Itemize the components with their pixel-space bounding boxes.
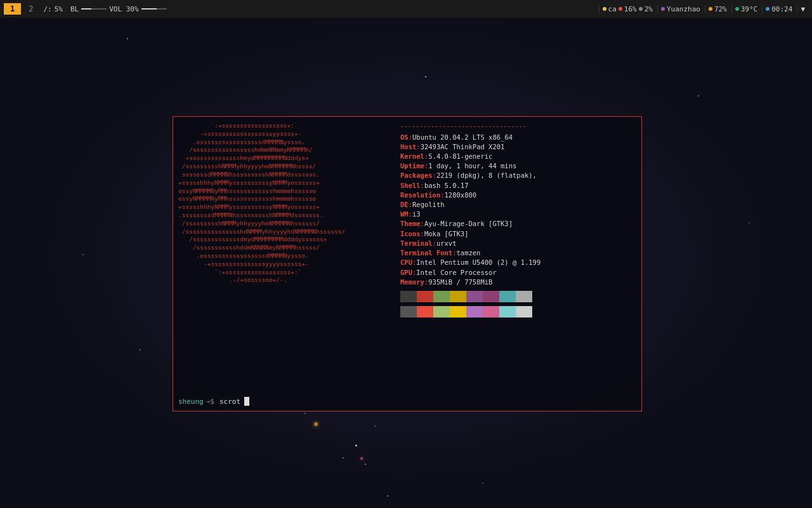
info-gpu: GPU : Intel Core Processor (400, 268, 636, 277)
packages-label: Packages (400, 171, 433, 180)
palette-swatch-6 (499, 291, 516, 302)
user-name: Yuanzhao (667, 5, 700, 13)
prompt-user: sheung (178, 398, 204, 406)
palette-swatch-3 (450, 291, 466, 302)
star-deco (127, 38, 128, 39)
gpu-value: Intel Core Processor (416, 268, 496, 277)
star-deco (365, 464, 366, 465)
icons-value: Moka [GTK3] (424, 229, 469, 239)
temp-icon (735, 7, 739, 11)
disk-pct: 5% (55, 5, 63, 13)
star-deco (374, 425, 376, 427)
star-deco (571, 51, 572, 51)
star-deco (343, 457, 344, 458)
menu-icon: ▼ (801, 5, 805, 13)
disk-label: /: (43, 5, 51, 13)
de-value: Regolith (412, 200, 445, 210)
de-label: DE (400, 200, 409, 210)
clock-item: 00:24 (762, 5, 796, 13)
user-icon (661, 7, 665, 11)
info-terminal-font: Terminal Font : tamzen (400, 248, 636, 258)
host-label: Host (400, 142, 416, 152)
resolution-value: 812x508 (445, 190, 477, 200)
star-deco (140, 349, 141, 351)
network-item: ca 16% 2% (599, 5, 656, 13)
palette-swatch-0 (400, 291, 417, 302)
color-palette (400, 291, 636, 302)
battery-icon (709, 7, 712, 11)
info-resolution: Resolution : 812x508 (400, 190, 636, 200)
deco-glow-red (360, 457, 363, 460)
palette-swatch-9 (417, 306, 433, 318)
net-up-icon (639, 7, 643, 11)
vol-bar (81, 8, 107, 10)
info-kernel: Kernel : 5.4.0-81-generic (400, 152, 636, 161)
star-deco (749, 222, 750, 224)
temp-value: 39°C (741, 5, 758, 13)
temp-item: 39°C (731, 5, 761, 13)
palette-swatch-11 (450, 306, 466, 318)
info-wm: WM : i3 (400, 210, 636, 219)
palette-swatch-7 (516, 291, 532, 302)
prompt-command[interactable]: scrot (219, 398, 240, 406)
wm-label: WM (400, 210, 409, 219)
palette-swatch-12 (466, 306, 483, 318)
time-value: 00:24 (771, 5, 792, 13)
info-memory: Memory : 935MiB / 7758MiB (400, 277, 636, 287)
info-os: OS : Ubuntu 20.04.2 LTS x86_64 (400, 133, 636, 142)
info-uptime: Uptime : 1 day, 1 hour, 44 mins (400, 161, 636, 171)
prompt-cursor (244, 397, 249, 406)
disk-usage: /: 5% (39, 5, 67, 13)
topbar: 1 2 /: 5% BL VOL 30% ca 16% 2% Yuanzhao (0, 0, 812, 18)
uptime-label: Uptime (400, 161, 424, 171)
palette-swatch-8 (400, 306, 417, 318)
palette-swatch-2 (433, 291, 450, 302)
vol-bar2 (141, 8, 167, 10)
resolution-label: Resolution (400, 190, 440, 200)
terminal-value: urxvt (436, 239, 457, 248)
info-header-line: --------------------------------- (400, 122, 636, 131)
deco-glow-orange (314, 422, 318, 426)
vol-label: BL (70, 5, 79, 13)
info-shell: Shell : bash 5.0.17 (400, 181, 636, 190)
star-deco (387, 495, 388, 497)
memory-label: Memory (400, 277, 424, 287)
star-deco (482, 483, 483, 484)
workspace-1[interactable]: 1 (4, 3, 21, 15)
theme-label: Theme (400, 219, 421, 229)
info-packages: Packages : 2219 (dpkg), 8 (flatpak), (400, 171, 636, 180)
os-value: Ubuntu 20.04.2 LTS x86_64 (412, 133, 513, 142)
net-iface: ca (608, 5, 617, 13)
battery-item: 72% (705, 5, 730, 13)
workspace-2[interactable]: 2 (22, 3, 39, 15)
info-terminal: Terminal : urxvt (400, 239, 636, 248)
neofetch-art: `:+ssssssssssssssssss+:` -+sssssssssssss… (178, 119, 394, 391)
prompt-arrow: →$ (206, 398, 214, 406)
shell-value: bash 5.0.17 (424, 181, 469, 190)
volume-item: BL VOL 30% (67, 5, 171, 13)
gpu-label: GPU (400, 268, 412, 277)
palette-swatch-14 (499, 306, 516, 318)
terminal-content: `:+ssssssssssssssssss+:` -+sssssssssssss… (173, 117, 641, 393)
palette-swatch-15 (516, 306, 532, 318)
shell-label: Shell (400, 181, 421, 190)
icons-label: Icons (400, 229, 421, 239)
star-deco (355, 444, 357, 446)
info-de: DE : Regolith (400, 200, 636, 210)
cpu-label: CPU (400, 258, 412, 267)
palette-swatch-10 (433, 306, 450, 318)
info-theme: Theme : Ayu-Mirage-Dark [GTK3] (400, 219, 636, 229)
color-palette-2 (400, 306, 636, 318)
neofetch-info: --------------------------------- OS : U… (394, 119, 636, 391)
host-value: 32493AC ThinkPad X201 (421, 142, 505, 152)
palette-swatch-13 (483, 306, 499, 318)
star-deco (304, 413, 306, 414)
net-up: 2% (645, 5, 653, 13)
net-down-icon (619, 7, 622, 11)
memory-value: 935MiB / 7758MiB (428, 277, 492, 287)
info-cpu: CPU : Intel Pentium U5400 (2) @ 1.199 (400, 258, 636, 267)
menu-button[interactable]: ▼ (797, 5, 808, 13)
theme-value: Ayu-Mirage-Dark [GTK3] (424, 219, 513, 229)
info-icons: Icons : Moka [GTK3] (400, 229, 636, 239)
star-deco (425, 76, 426, 77)
